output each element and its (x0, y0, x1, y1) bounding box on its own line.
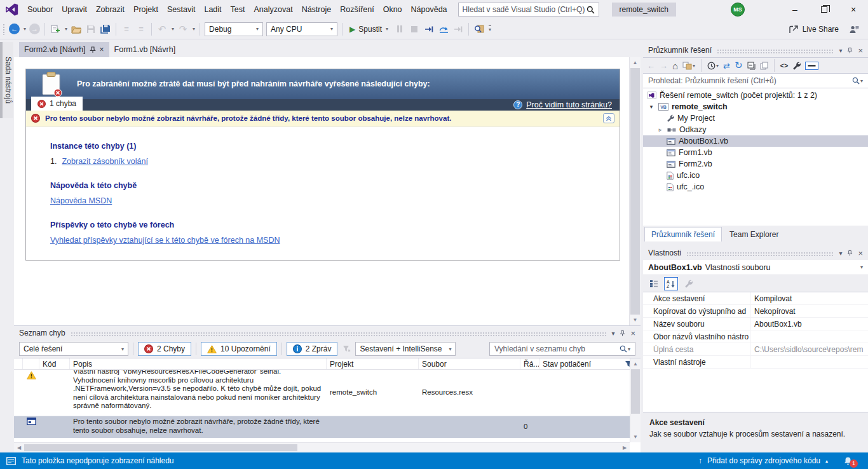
window-position-icon[interactable]: ▾ (839, 47, 842, 54)
property-value[interactable] (750, 330, 868, 343)
toolbar-drag-handle[interactable] (3, 24, 6, 35)
forward-button[interactable]: → (660, 61, 668, 71)
tree-item-ufc-ico[interactable]: ufc.ico (643, 170, 868, 181)
why-am-i-seeing-this-link[interactable]: Proč vidím tuto stránku? (526, 100, 612, 109)
menu-sestavit[interactable]: Sestavit (163, 2, 200, 17)
panel-drag-area[interactable] (717, 49, 834, 53)
window-position-icon[interactable]: ▾ (839, 250, 842, 257)
back-dropdown-icon[interactable]: ▾ (24, 26, 26, 32)
header-code[interactable]: Kód (39, 358, 70, 369)
tab-team-explorer[interactable]: Team Explorer (723, 228, 785, 241)
tree-item-ufc2-ico[interactable]: ufc_.ico (643, 181, 868, 193)
document-scrollbar[interactable]: ▲ ▼ (629, 57, 641, 325)
menu-ladit[interactable]: Ladit (200, 2, 226, 17)
menu-nastroje[interactable]: Nástroje (297, 2, 336, 17)
pause-button[interactable] (394, 23, 405, 36)
tree-item-solution[interactable]: Řešení remote_switch (počet projektů: 1 … (643, 90, 868, 101)
categorized-view-button[interactable] (647, 277, 661, 290)
error-row-warning[interactable]: Vlastní nástroj 'VbMyResourcesResXFileCo… (14, 370, 641, 416)
indent-button[interactable]: ≡ (135, 23, 147, 36)
open-file-button[interactable] (71, 23, 82, 36)
tab-solution-explorer[interactable]: Průzkumník řešení (644, 227, 722, 241)
panel-drag-area[interactable] (71, 332, 607, 336)
header-line[interactable]: Řá... (520, 358, 539, 369)
error-list-title-bar[interactable]: Seznam chyb ▾ × (14, 326, 641, 340)
properties-title-bar[interactable]: Vlastnosti ▾ × (643, 246, 868, 260)
tree-item-form2[interactable]: Form2.vb (643, 158, 868, 170)
error-count-tab[interactable]: 1 chyba (31, 97, 83, 111)
menu-okno[interactable]: Okno (379, 2, 407, 17)
user-avatar[interactable]: MS (731, 3, 745, 17)
header-file[interactable]: Soubor (419, 358, 520, 369)
menu-upravit[interactable]: Upravit (57, 2, 92, 17)
close-button[interactable]: × (839, 0, 868, 19)
solution-configuration-select[interactable]: Debug ▾ (205, 22, 263, 36)
navigate-forward-button[interactable]: → (29, 24, 40, 34)
feedback-icon[interactable] (849, 25, 859, 34)
header-suppression[interactable]: Stav potlačení (539, 358, 616, 369)
step-out-button[interactable] (452, 23, 464, 36)
toolbox-tab[interactable]: Sada nástrojů (0, 42, 13, 118)
property-row-build-action[interactable]: Akce sestavení Kompilovat (643, 292, 868, 305)
save-all-button[interactable] (100, 23, 111, 36)
tree-item-form1[interactable]: Form1.vb (643, 147, 868, 158)
start-debugging-button[interactable]: ▶ Spustit ▾ (347, 25, 391, 34)
new-project-button[interactable] (50, 23, 61, 36)
navigate-back-button[interactable]: ← (9, 24, 20, 34)
undo-dropdown-icon[interactable]: ▾ (172, 26, 174, 32)
menu-soubor[interactable]: Soubor (23, 2, 57, 17)
tree-item-references[interactable]: ▹ Odkazy (643, 124, 868, 135)
solution-platform-select[interactable]: Any CPU ▾ (266, 22, 337, 36)
switch-views-button[interactable]: ▾ (682, 62, 695, 70)
vs-search-input[interactable]: Hledat v sadě Visual Studio (Ctrl+Q) (458, 3, 599, 17)
scroll-up-icon[interactable]: ▲ (630, 57, 641, 68)
live-share-label[interactable]: Live Share (803, 25, 839, 34)
source-control-menu-icon[interactable]: ▴ (825, 458, 828, 464)
warnings-filter-button[interactable]: 10 Upozornění (201, 342, 277, 356)
preview-selected-items-button[interactable] (805, 62, 818, 70)
toolbar-overflow-icon[interactable]: ▾ (489, 25, 491, 32)
errors-filter-button[interactable]: 2 Chyby (138, 342, 191, 356)
redo-button[interactable]: ↷ (177, 23, 189, 36)
header-project[interactable]: Projekt (327, 358, 419, 369)
collapse-all-button[interactable] (747, 62, 756, 70)
collapse-message-button[interactable] (603, 113, 614, 123)
menu-napoveda[interactable]: Nápověda (407, 2, 452, 17)
error-list-vscrollbar[interactable]: ▲ ▼ (630, 358, 641, 442)
scroll-right-icon[interactable]: ▶ (620, 443, 630, 452)
property-row-tool-namespace[interactable]: Obor názvů vlastního nástro (643, 330, 868, 343)
error-list-search-input[interactable]: Vyhledání v seznamu chyb ▾ (489, 342, 635, 356)
menu-zobrazit[interactable]: Zobrazit (92, 2, 129, 17)
forums-search-link[interactable]: Vyhledat příspěvky vztahující se k této … (50, 236, 280, 245)
tree-item-project[interactable]: ▾ VB remote_switch (643, 101, 868, 112)
minimize-button[interactable]: – (780, 0, 810, 19)
view-code-button[interactable]: <> (780, 62, 789, 69)
property-row-copy-output[interactable]: Kopírovat do výstupního ad Nekopírovat (643, 305, 868, 318)
pin-icon[interactable] (620, 330, 625, 337)
property-row-custom-tool[interactable]: Vlastní nástroje (643, 356, 868, 369)
window-position-icon[interactable]: ▾ (611, 330, 614, 337)
property-value[interactable] (750, 356, 868, 368)
close-panel-icon[interactable]: × (858, 46, 863, 55)
back-button[interactable]: ← (647, 61, 655, 71)
notifications-button[interactable]: 1 (843, 456, 853, 466)
properties-object-select[interactable]: AboutBox1.vb Vlastnosti souboru ▾ (643, 260, 868, 275)
step-over-button[interactable] (438, 23, 449, 36)
pin-icon[interactable] (847, 250, 853, 257)
properties-button[interactable] (792, 62, 801, 70)
close-panel-icon[interactable]: × (858, 248, 863, 258)
close-tab-icon[interactable]: × (100, 45, 104, 54)
header-description[interactable]: Popis (70, 358, 327, 369)
scrollbar-thumb[interactable] (630, 68, 640, 315)
tree-item-my-project[interactable]: My Project (643, 112, 868, 124)
solution-name-badge[interactable]: remote_switch (612, 3, 676, 17)
property-row-full-path[interactable]: Úplná cesta C:\Users\sidlo\source\repos\… (643, 343, 868, 356)
search-options-icon[interactable]: ▾ (628, 346, 630, 352)
find-in-files-button[interactable] (473, 23, 485, 36)
tree-item-aboutbox1[interactable]: AboutBox1.vb (643, 135, 868, 147)
scroll-down-icon[interactable]: ▼ (630, 315, 641, 325)
redo-dropdown-icon[interactable]: ▾ (193, 26, 195, 32)
refresh-button[interactable]: ↻ (735, 60, 743, 71)
error-scope-select[interactable]: Celé řešení ▾ (19, 342, 128, 356)
outdent-button[interactable]: ≡ (121, 23, 132, 36)
